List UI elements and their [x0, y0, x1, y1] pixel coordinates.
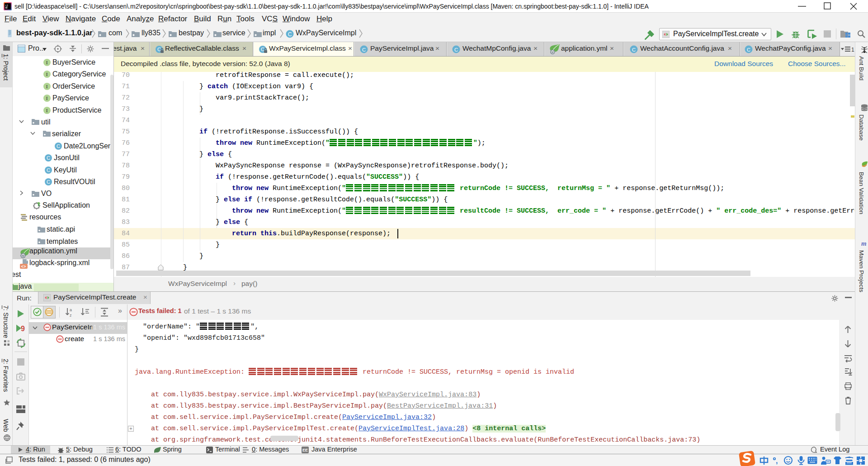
svg-text:C: C [747, 47, 750, 52]
svg-text:C: C [632, 47, 636, 52]
svg-text:z: z [70, 313, 72, 318]
svg-text:C: C [47, 155, 50, 161]
svg-text:C: C [47, 179, 50, 185]
svg-text:m: m [861, 240, 867, 247]
svg-text:9: 9 [21, 325, 25, 333]
svg-text:a: a [70, 308, 72, 312]
svg-text:EE: EE [302, 448, 308, 452]
svg-text:C: C [157, 47, 161, 52]
svg-text:,: , [776, 457, 778, 465]
svg-text:C: C [288, 31, 292, 38]
svg-text:C: C [261, 47, 264, 52]
svg-text:C: C [47, 167, 50, 173]
svg-text:I: I [46, 71, 48, 77]
svg-text:C: C [362, 47, 366, 52]
svg-text:C: C [454, 47, 458, 52]
svg-text:I: I [46, 60, 48, 65]
svg-text:1: 1 [851, 47, 854, 52]
svg-text:I: I [46, 95, 48, 101]
svg-text:I: I [46, 84, 48, 89]
svg-text:C: C [57, 143, 60, 149]
svg-text:I: I [46, 108, 48, 113]
svg-text:<>: <> [21, 265, 26, 269]
svg-text:IJ: IJ [5, 4, 8, 7]
